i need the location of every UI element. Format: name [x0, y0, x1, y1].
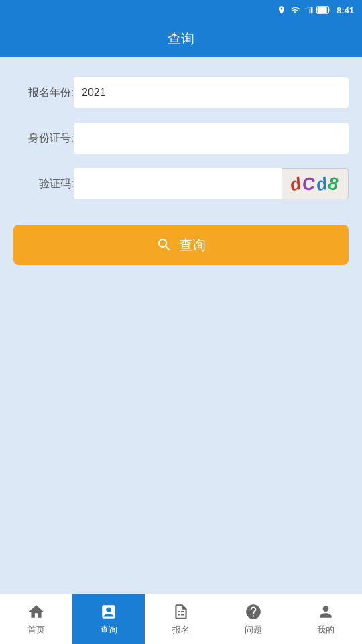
nav-label-faq: 问题 [245, 624, 262, 636]
status-time: 8:41 [337, 5, 354, 15]
bottom-nav: 首页 查询 报名 问题 [0, 594, 362, 644]
nav-label-mine: 我的 [317, 624, 335, 636]
svg-rect-3 [318, 7, 327, 13]
mine-icon [316, 602, 335, 621]
query-icon [99, 602, 118, 621]
svg-rect-0 [309, 9, 310, 14]
wifi-icon [290, 5, 300, 15]
id-label: 身份证号: [13, 131, 74, 146]
nav-label-home: 首页 [27, 624, 45, 636]
home-icon [27, 602, 46, 621]
faq-icon [244, 602, 263, 621]
nav-label-register: 报名 [172, 624, 190, 636]
year-label: 报名年份: [13, 86, 74, 100]
register-icon [172, 602, 190, 621]
location-icon [277, 5, 286, 15]
status-bar: 8:41 [0, 0, 362, 20]
captcha-label: 验证码: [13, 177, 74, 191]
year-input[interactable] [74, 77, 349, 108]
captcha-row: 验证码: dCd8 [13, 168, 349, 199]
search-icon [156, 237, 172, 253]
nav-label-query: 查询 [100, 624, 117, 636]
nav-item-register[interactable]: 报名 [145, 594, 217, 644]
main-content: 报名年份: 身份证号: 验证码: dCd8 查询 [0, 57, 362, 594]
captcha-input[interactable] [74, 168, 282, 199]
search-button-label: 查询 [179, 236, 206, 254]
id-input[interactable] [74, 123, 349, 154]
nav-item-mine[interactable]: 我的 [290, 594, 362, 644]
nav-item-query[interactable]: 查询 [72, 594, 145, 644]
captcha-wrapper: dCd8 [74, 168, 349, 199]
captcha-text: dCd8 [290, 174, 341, 195]
year-row: 报名年份: [13, 77, 349, 108]
status-icons [277, 5, 331, 15]
search-button[interactable]: 查询 [13, 225, 349, 265]
signal-icon [304, 5, 313, 15]
id-row: 身份证号: [13, 123, 349, 154]
app-header: 查询 [0, 20, 362, 57]
captcha-image[interactable]: dCd8 [282, 168, 349, 199]
battery-icon [316, 6, 331, 14]
page-title: 查询 [168, 30, 194, 48]
nav-item-home[interactable]: 首页 [0, 594, 72, 644]
svg-rect-1 [311, 7, 312, 13]
nav-item-faq[interactable]: 问题 [217, 594, 290, 644]
